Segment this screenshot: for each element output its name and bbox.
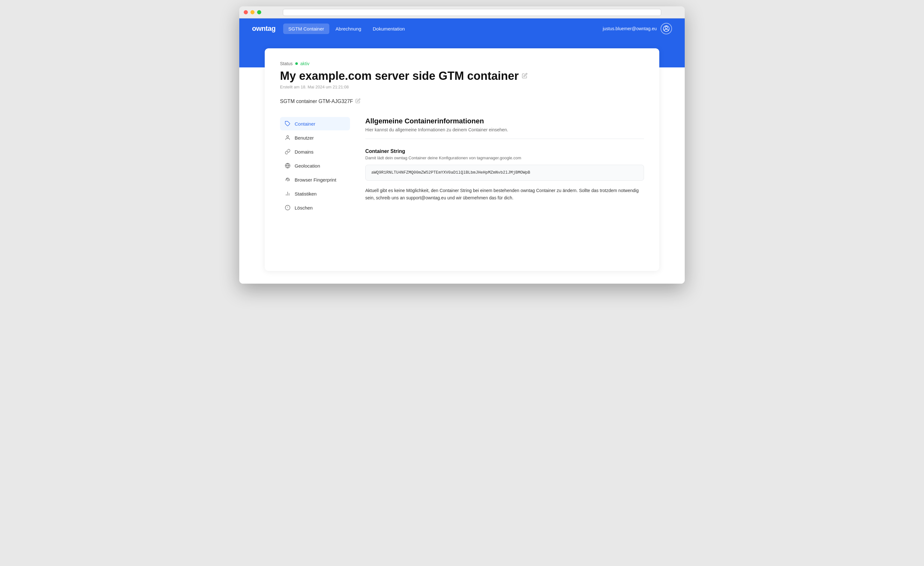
sidebar-label-benutzer: Benutzer [295,135,314,141]
svg-point-3 [286,135,289,137]
created-date: Erstellt am 18. Mai 2024 um 21:21:08 [280,85,644,89]
nav-links: SGTM Container Abrechnung Dokumentation [283,24,603,34]
sidebar-label-domains: Domains [295,149,314,154]
section-title: Allgemeine Containerinformationen [365,117,644,125]
title-edit-icon[interactable] [522,73,528,79]
sgtm-container-id: SGTM container GTM-AJG327F [280,98,644,104]
nav-user-area: justus.bluemer@owntag.eu [603,23,672,34]
minimize-button[interactable] [250,10,255,14]
sidebar-label-browser-fingerprint: Browser Fingerprint [295,177,336,183]
container-string-desc: Damit lädt dein owntag Container deine K… [365,156,644,160]
main-content-area: Allgemeine Containerinformationen Hier k… [365,117,644,215]
close-button[interactable] [244,10,248,14]
titlebar [239,6,685,18]
chart-icon [285,190,291,197]
container-string-label: Container String [365,148,644,154]
trash-icon [285,204,291,211]
container-title-text: My example.com server side GTM container [280,69,519,83]
sidebar-label-statistiken: Statistiken [295,191,316,196]
link-icon [285,148,291,155]
sgtm-container-text: SGTM container GTM-AJG327F [280,99,353,104]
sidebar-label-container: Container [295,121,315,127]
user-icon [285,135,291,141]
sgtm-edit-icon[interactable] [356,98,360,104]
sidebar-label-geolocation: Geolocation [295,163,320,169]
nav-bar: owntag SGTM Container Abrechnung Dokumen… [239,18,685,39]
app-window: owntag SGTM Container Abrechnung Dokumen… [239,6,685,284]
sidebar-item-loeschen[interactable]: Löschen [280,201,350,214]
sidebar-item-statistiken[interactable]: Statistiken [280,187,350,200]
nav-link-sgtm[interactable]: SGTM Container [283,24,329,34]
svg-point-0 [665,26,667,28]
main-card: Status aktiv My example.com server side … [265,48,659,271]
sidebar-item-browser-fingerprint[interactable]: Browser Fingerprint [280,173,350,186]
app-content: owntag SGTM Container Abrechnung Dokumen… [239,18,685,284]
container-title: My example.com server side GTM container [280,69,644,83]
globe-icon [285,162,291,169]
nav-link-dokumentation[interactable]: Dokumentation [368,24,410,34]
sidebar: Container Benutzer [280,117,350,215]
notice-text-content: Aktuell gibt es keine Möglichkeit, den C… [365,188,639,201]
sidebar-item-domains[interactable]: Domains [280,145,350,158]
fullscreen-button[interactable] [257,10,261,14]
nav-link-abrechnung[interactable]: Abrechnung [331,24,366,34]
fingerprint-icon [285,177,291,183]
tag-icon [285,121,291,127]
sidebar-item-benutzer[interactable]: Benutzer [280,131,350,144]
nav-user-email: justus.bluemer@owntag.eu [603,26,657,31]
url-bar[interactable] [283,9,661,16]
content-layout: Container Benutzer [280,117,644,215]
notice-text: Aktuell gibt es keine Möglichkeit, den C… [365,187,644,202]
nav-avatar[interactable] [660,23,672,34]
user-circle-icon [663,25,670,32]
sidebar-label-loeschen: Löschen [295,205,313,211]
status-value: aktiv [300,61,310,66]
nav-logo: owntag [252,24,276,33]
status-label-text: Status [280,61,293,66]
status-row: Status aktiv [280,61,644,66]
container-string-value: aWQ9R1RNLTU4NFZMQ00mZW52PTEmYXV0aD1lQlBL… [365,165,644,181]
status-dot [295,62,298,65]
section-subtitle: Hier kannst du allgemeine Informationen … [365,127,644,139]
sidebar-item-geolocation[interactable]: Geolocation [280,159,350,172]
sidebar-item-container[interactable]: Container [280,117,350,130]
